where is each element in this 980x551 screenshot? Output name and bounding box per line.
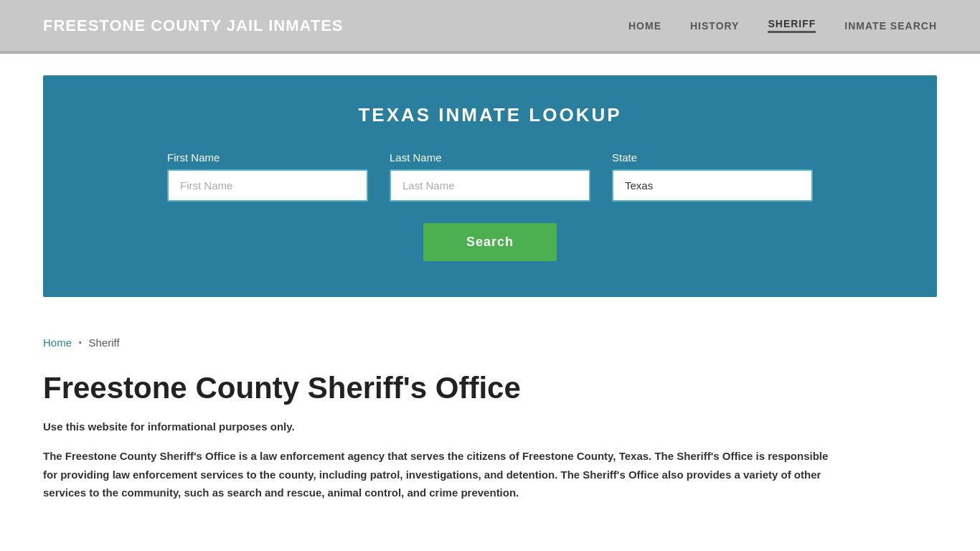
main-nav: HOME HISTORY SHERIFF INMATE SEARCH — [628, 18, 937, 33]
site-header: FREESTONE COUNTY JAIL INMATES HOME HISTO… — [0, 0, 980, 54]
state-label: State — [612, 151, 813, 164]
first-name-label: First Name — [167, 151, 368, 164]
search-form-fields: First Name Last Name State — [86, 151, 894, 202]
breadcrumb-separator: • — [79, 339, 82, 347]
main-content: Freestone County Sheriff's Office Use th… — [0, 356, 980, 531]
breadcrumb: Home • Sheriff — [0, 319, 980, 356]
disclaimer-text: Use this website for informational purpo… — [43, 420, 937, 433]
first-name-input[interactable] — [167, 169, 368, 202]
nav-sheriff[interactable]: SHERIFF — [768, 18, 816, 33]
search-section-title: TEXAS INMATE LOOKUP — [86, 104, 894, 126]
page-title: Freestone County Sheriff's Office — [43, 370, 937, 406]
state-group: State — [612, 151, 813, 202]
last-name-label: Last Name — [390, 151, 590, 164]
nav-history[interactable]: HISTORY — [690, 20, 739, 32]
description-text: The Freestone County Sheriff's Office is… — [43, 447, 832, 502]
breadcrumb-home-link[interactable]: Home — [43, 336, 72, 349]
last-name-input[interactable] — [390, 169, 590, 202]
breadcrumb-current-page: Sheriff — [89, 336, 120, 349]
last-name-group: Last Name — [390, 151, 590, 202]
nav-home[interactable]: HOME — [628, 20, 661, 32]
search-button[interactable]: Search — [423, 223, 557, 261]
first-name-group: First Name — [167, 151, 368, 202]
search-button-container: Search — [86, 223, 894, 261]
inmate-search-section: TEXAS INMATE LOOKUP First Name Last Name… — [43, 75, 937, 297]
state-input[interactable] — [612, 169, 813, 202]
nav-inmate-search[interactable]: INMATE SEARCH — [844, 20, 937, 32]
site-logo: FREESTONE COUNTY JAIL INMATES — [43, 17, 344, 35]
